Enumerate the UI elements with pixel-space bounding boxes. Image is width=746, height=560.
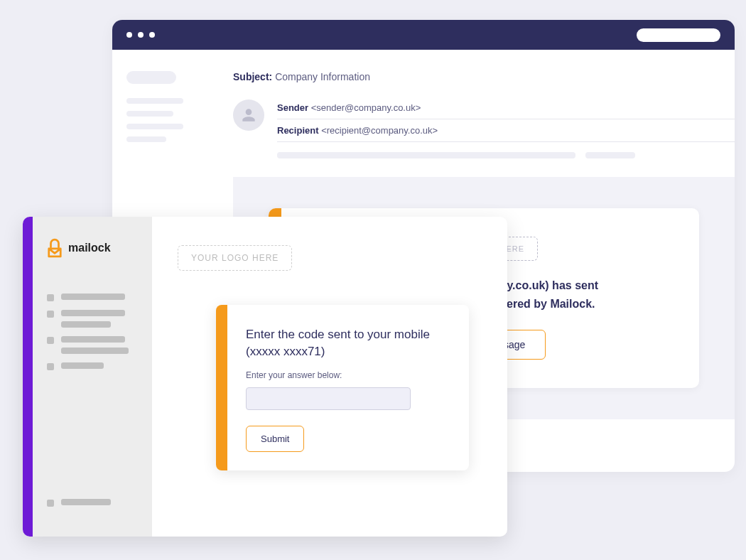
sidebar-item	[47, 294, 138, 301]
recipient-row: Recipient <recipient@company.co.uk>	[277, 119, 735, 142]
sender-row: Sender <sender@company.co.uk>	[277, 97, 735, 119]
sidebar-item	[126, 136, 166, 142]
brand-name: mailock	[68, 242, 111, 254]
mailock-content: YOUR LOGO HERE Enter the code sent to yo…	[152, 217, 507, 537]
verification-code-input[interactable]	[246, 387, 411, 410]
verification-title: Enter the code sent to your mobile (xxxx…	[246, 326, 450, 360]
sender-address: <sender@company.co.uk>	[311, 102, 421, 113]
mailock-sidebar: mailock	[33, 217, 152, 537]
avatar	[233, 99, 264, 131]
window-search-bar[interactable]	[637, 28, 720, 42]
verification-card: Enter the code sent to your mobile (xxxx…	[216, 305, 469, 470]
sidebar-item	[126, 71, 176, 84]
window-titlebar	[112, 20, 735, 50]
logo-placeholder: YOUR LOGO HERE	[178, 245, 292, 271]
header-skeleton	[277, 152, 735, 158]
sidebar-item	[47, 336, 138, 354]
recipient-address: <recipient@company.co.uk>	[321, 125, 438, 136]
sender-label: Sender	[277, 102, 308, 113]
subject-label: Subject:	[233, 71, 272, 82]
recipient-label: Recipient	[277, 125, 319, 136]
window-dot[interactable]	[126, 32, 132, 38]
mailock-window: mailock	[23, 217, 507, 537]
sidebar-item	[47, 310, 138, 328]
submit-button[interactable]: Submit	[246, 426, 304, 452]
window-accent-edge	[23, 217, 33, 537]
window-dot[interactable]	[149, 32, 155, 38]
window-dot[interactable]	[138, 32, 144, 38]
sidebar-item	[126, 98, 183, 104]
sidebar-item	[47, 499, 138, 507]
sidebar-item	[126, 111, 173, 117]
email-subject: Subject: Company Information	[233, 71, 735, 82]
window-controls[interactable]	[126, 32, 155, 38]
sidebar-item	[126, 124, 183, 129]
card-accent	[216, 305, 227, 470]
sidebar-item	[47, 362, 138, 370]
mailock-brand: mailock	[47, 238, 138, 258]
person-icon	[239, 106, 258, 124]
mailock-logo-icon	[47, 238, 63, 258]
verification-subtitle: Enter your answer below:	[246, 370, 450, 380]
subject-value: Company Information	[275, 71, 370, 82]
